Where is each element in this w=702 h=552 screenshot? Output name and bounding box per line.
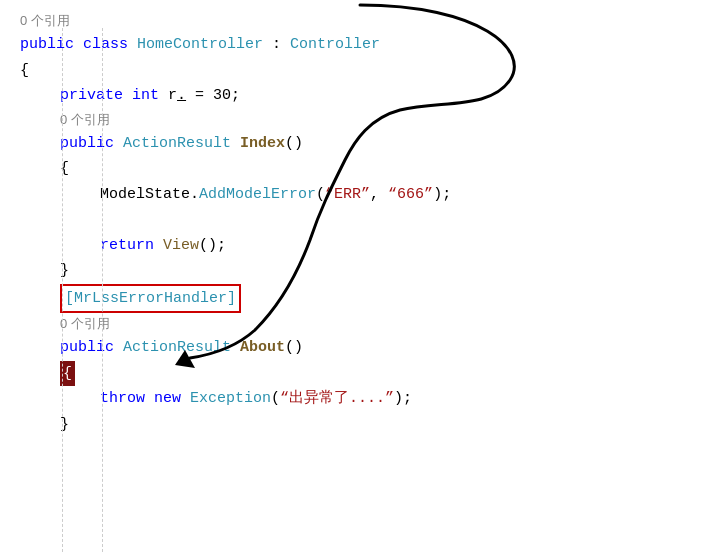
line-modelstate: ModelState . AddModelError ( “ERR” , “66… (20, 182, 682, 208)
method-adderror: AddModelError (199, 182, 316, 208)
keyword-class: class (83, 32, 137, 58)
guide-line-1 (62, 28, 63, 552)
keyword-int: int (132, 83, 168, 109)
line-about-decl: public ActionResult About () (20, 335, 682, 361)
class-name: HomeController (137, 32, 263, 58)
field-value: = 30; (186, 83, 240, 109)
guide-line-2 (102, 28, 103, 552)
keyword-return: return (100, 233, 163, 259)
method-view: View (163, 233, 199, 259)
keyword-public-3: public (60, 335, 123, 361)
string-err: “ERR” (325, 182, 370, 208)
line-attribute: [MrLssErrorHandler] (20, 284, 682, 314)
keyword-private: private (60, 83, 132, 109)
method-name-about: About (240, 335, 285, 361)
line-ref-1: 0 个引用 (20, 109, 682, 131)
method-name-index: Index (240, 131, 285, 157)
keyword-public: public (20, 32, 83, 58)
code-editor: 0 个引用 public class HomeController : Cont… (0, 0, 702, 447)
line-throw: throw new Exception ( “出异常了....” ); (20, 386, 682, 412)
line-return: return View (); (20, 233, 682, 259)
line-class-decl: public class HomeController : Controller (20, 32, 682, 58)
line-field-decl: private int r . = 30; (20, 83, 682, 109)
return-type-2: ActionResult (123, 335, 231, 361)
line-ref-2: 0 个引用 (20, 313, 682, 335)
attribute-mrls: [MrLssErrorHandler] (60, 284, 241, 314)
string-666: “666” (388, 182, 433, 208)
line-open-brace-class: { (20, 58, 682, 84)
line-open-brace-about: { (20, 361, 682, 387)
return-type-1: ActionResult (123, 131, 231, 157)
modelstate-obj: ModelState (100, 182, 190, 208)
underline-r: . (177, 83, 186, 109)
field-name: r (168, 83, 177, 109)
line-close-brace-about: } (20, 412, 682, 438)
line-index-decl: public ActionResult Index () (20, 131, 682, 157)
line-ref-0: 0 个引用 (20, 10, 682, 32)
exception-class: Exception (190, 386, 271, 412)
string-exception-msg: “出异常了....” (280, 386, 394, 412)
line-close-brace-index: } (20, 258, 682, 284)
base-class: Controller (290, 32, 380, 58)
keyword-new: new (154, 386, 190, 412)
colon: : (263, 32, 290, 58)
keyword-throw: throw (100, 386, 154, 412)
keyword-public-2: public (60, 131, 123, 157)
line-open-brace-index: { (20, 156, 682, 182)
line-empty-1 (20, 207, 682, 233)
